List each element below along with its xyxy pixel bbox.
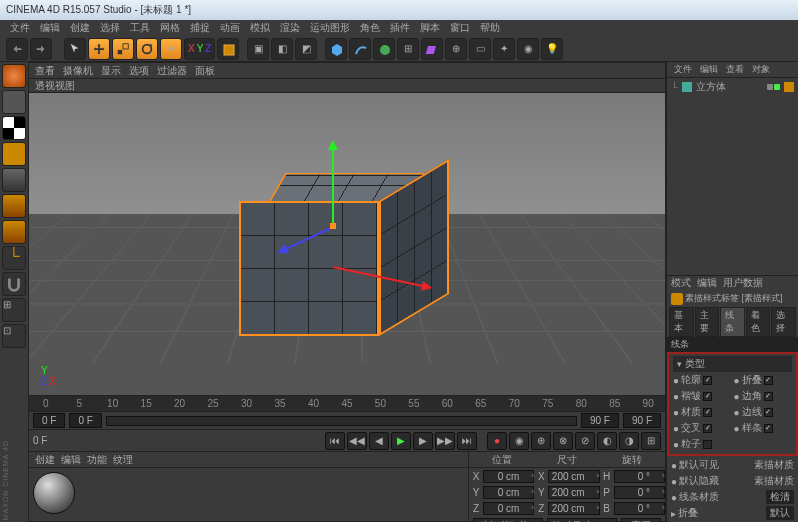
mat-texture[interactable]: 纹理 [113,453,133,467]
coord-mode[interactable]: 对象 (相对) [473,518,543,522]
cb-fold[interactable]: ✓ [764,376,773,385]
spline-tool[interactable] [349,38,371,60]
goto-start[interactable]: ⏮ [325,432,345,450]
pos-z[interactable]: 0 cm [483,502,534,515]
menu-help[interactable]: 帮助 [476,21,504,35]
vp-display[interactable]: 显示 [101,64,121,78]
cb-outline[interactable]: ✓ [703,376,712,385]
array-tool[interactable]: ⊞ [397,38,419,60]
vp-filter[interactable]: 过滤器 [157,64,187,78]
rtab-view[interactable]: 查看 [723,63,747,76]
start-frame[interactable]: 0 F [33,413,65,428]
menu-file[interactable]: 文件 [6,21,34,35]
cb-spline[interactable]: ✓ [764,424,773,433]
object-row[interactable]: └ 立方体 [667,78,798,96]
play-button[interactable]: ▶ [391,432,411,450]
type-group[interactable]: ▾ 类型 [673,356,792,372]
nurbs-tool[interactable] [373,38,395,60]
mat-func[interactable]: 功能 [87,453,107,467]
menu-tools[interactable]: 工具 [126,21,154,35]
axis-mode[interactable]: └ [2,246,26,270]
mat-edit[interactable]: 编辑 [61,453,81,467]
end-frame[interactable]: 90 F [623,413,661,428]
cb-crease[interactable]: ✓ [703,392,712,401]
snap-toggle[interactable] [2,272,26,296]
render-view[interactable]: ▣ [247,38,269,60]
cube-object[interactable] [233,159,433,349]
tab-main[interactable]: 主要 [695,307,720,337]
menu-character[interactable]: 角色 [356,21,384,35]
workplane-mode[interactable] [2,142,26,166]
size-y[interactable]: 200 cm [548,486,599,499]
clear-btn[interactable]: 检清 [766,490,794,504]
deform-tool[interactable] [421,38,443,60]
key-scale[interactable]: ⊗ [553,432,573,450]
menu-snap[interactable]: 捕捉 [186,21,214,35]
rotate-tool[interactable] [136,38,158,60]
key-pos[interactable]: ⊕ [531,432,551,450]
model-mode[interactable] [2,90,26,114]
menu-animate[interactable]: 动画 [216,21,244,35]
size-x[interactable]: 200 cm [548,470,599,483]
edit-tab[interactable]: 编辑 [697,276,717,290]
menu-render[interactable]: 渲染 [276,21,304,35]
select-tool[interactable] [64,38,86,60]
rot-b[interactable]: 0 ° [614,502,665,515]
tab-select[interactable]: 选择 [771,307,796,337]
pos-x[interactable]: 0 cm [483,470,534,483]
tab-basic[interactable]: 基本 [669,307,694,337]
vp-view[interactable]: 查看 [35,64,55,78]
edge-mode[interactable] [2,194,26,218]
axis-y-handle[interactable] [332,141,334,226]
rtab-edit[interactable]: 编辑 [697,63,721,76]
menu-mograph[interactable]: 运动图形 [306,21,354,35]
cb-edge[interactable]: ✓ [764,408,773,417]
userdata-tab[interactable]: 用户数据 [723,276,763,290]
vp-panel[interactable]: 面板 [195,64,215,78]
vp-options[interactable]: 选项 [129,64,149,78]
rot-p[interactable]: 0 ° [614,486,665,499]
render-picture[interactable]: ◧ [271,38,293,60]
cb-corner[interactable]: ✓ [764,392,773,401]
vp-camera[interactable]: 摄像机 [63,64,93,78]
prev-key[interactable]: ◀◀ [347,432,367,450]
material-preview[interactable] [33,472,75,514]
menu-mesh[interactable]: 网格 [156,21,184,35]
mode-tab[interactable]: 模式 [671,276,691,290]
size-z[interactable]: 200 cm [548,502,599,515]
in-frame[interactable]: 0 F [69,413,101,428]
rot-h[interactable]: 0 ° [614,470,665,483]
misc-left[interactable]: ⊡ [2,324,26,348]
cb-intersect[interactable]: ✓ [703,424,712,433]
move-tool[interactable] [88,38,110,60]
timeline-scrub[interactable] [106,416,577,426]
size-mode[interactable]: 绝对尺寸 [547,518,617,522]
mat-create[interactable]: 创建 [35,453,55,467]
tab-shading[interactable]: 着色 [746,307,771,337]
default-btn[interactable]: 默认 [766,506,794,520]
camera-tool[interactable]: ▭ [469,38,491,60]
make-editable[interactable] [2,64,26,88]
cb-particle[interactable] [703,440,712,449]
tab-lines[interactable]: 线条 [720,307,745,337]
key-rot[interactable]: ⊘ [575,432,595,450]
recent-tool[interactable]: ✦ [160,38,182,60]
light-tool[interactable]: ✦ [493,38,515,60]
soft-select[interactable]: ⊞ [2,298,26,322]
goto-end[interactable]: ⏭ [457,432,477,450]
key-param[interactable]: ◐ [597,432,617,450]
key-pla[interactable]: ◑ [619,432,639,450]
point-mode[interactable] [2,168,26,192]
fold-group[interactable]: 折叠 [678,506,698,520]
menu-plugins[interactable]: 插件 [386,21,414,35]
next-frame[interactable]: ▶ [413,432,433,450]
menu-script[interactable]: 脚本 [416,21,444,35]
menu-select[interactable]: 选择 [96,21,124,35]
menu-simulate[interactable]: 模拟 [246,21,274,35]
prev-frame[interactable]: ◀ [369,432,389,450]
texture-mode[interactable] [2,116,26,140]
menu-create[interactable]: 创建 [66,21,94,35]
current-frame[interactable]: 0 F [33,435,47,446]
coord-system[interactable] [217,38,239,60]
cube-primitive[interactable] [325,38,347,60]
